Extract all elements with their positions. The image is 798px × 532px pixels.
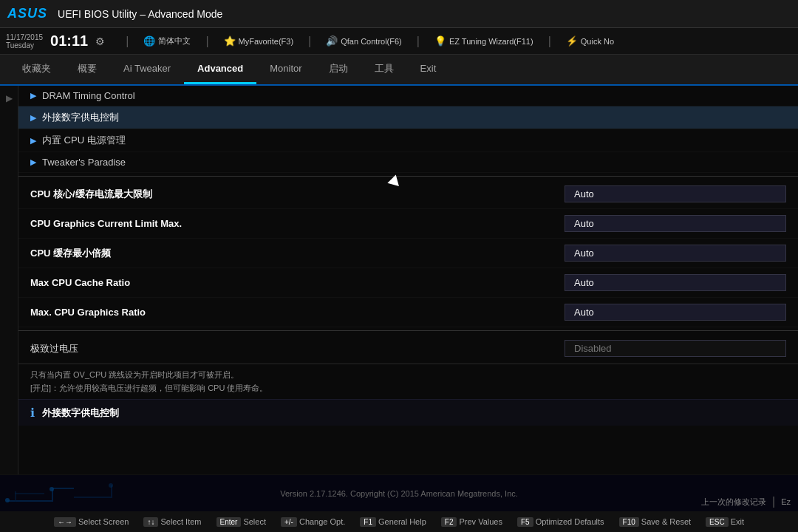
setting-cpu-cache-min[interactable]: CPU 缓存最小倍频 Auto [18, 239, 798, 268]
key-f10: F10 [619, 517, 639, 527]
key-f2: F2 [441, 517, 457, 527]
svg-point-6 [50, 487, 54, 491]
day-display: Tuesday [6, 41, 43, 50]
section-dram-label: DRAM Timing Control [42, 90, 135, 101]
nav-ai-tweaker[interactable]: Ai Tweaker [110, 55, 184, 84]
cpu-graphics-current-value[interactable]: Auto [565, 215, 786, 232]
svg-rect-3 [15, 493, 44, 494]
cpu-cache-min-label: CPU 缓存最小倍频 [30, 247, 565, 260]
nav-overview[interactable]: 概要 [64, 55, 110, 84]
bios-title: UEFI BIOS Utility – Advanced Mode [58, 8, 791, 20]
extreme-overvoltage-label: 极致过电压 [30, 342, 565, 355]
language-selector[interactable]: 🌐 简体中文 [143, 35, 191, 47]
max-cache-ratio-label: Max CPU Cache Ratio [30, 277, 565, 288]
section-cpu-power[interactable]: ▶ 内置 CPU 电源管理 [18, 129, 798, 152]
separator-2: | [205, 35, 208, 48]
setting-max-graphics-ratio[interactable]: Max. CPU Graphics Ratio Auto [18, 298, 798, 327]
bottom-bar: Version 2.17.1246. Copyright (C) 2015 Am… [0, 474, 798, 511]
ez-label: Ez [781, 497, 791, 506]
footer-select-screen: ←→ Select Screen [54, 517, 129, 527]
qfan-button[interactable]: 🔊 Qfan Control(F6) [326, 35, 402, 47]
myfavorite-label: MyFavorite(F3) [239, 37, 294, 46]
key-arrows-ud: ↑↓ [143, 517, 158, 527]
ez-tuning-button[interactable]: 💡 EZ Tuning Wizard(F11) [434, 35, 533, 47]
key-enter: Enter [216, 517, 242, 527]
nav-advanced[interactable]: Advanced [184, 55, 256, 84]
qfan-label: Qfan Control(F6) [341, 37, 402, 46]
label-f2: Prev Values [459, 517, 502, 526]
left-panel: ▶ [0, 86, 18, 474]
content-area: ▶ ▶ DRAM Timing Control ▶ 外接数字供电控制 ▶ 内置 … [0, 86, 798, 474]
qfan-icon: 🔊 [326, 35, 338, 47]
svg-rect-7 [74, 497, 111, 498]
info-section: 只有当内置 OV_CPU 跳线设为开启时此项目才可被开启。 [开启]：允许使用较… [18, 364, 798, 399]
footer-select-enter: Enter Select [216, 517, 266, 527]
setting-max-cache-ratio[interactable]: Max CPU Cache Ratio Auto [18, 268, 798, 298]
separator-1: | [126, 35, 129, 48]
svg-point-5 [5, 498, 10, 502]
arrow-dram: ▶ [30, 91, 36, 100]
arrow-cpu-power: ▶ [30, 136, 36, 146]
warning-line1: 只有当内置 OV_CPU 跳线设为开启时此项目才可被开启。 [30, 369, 786, 382]
myfavorite-button[interactable]: ⭐ MyFavorite(F3) [224, 35, 294, 47]
nav-monitor[interactable]: Monitor [256, 55, 315, 84]
label-f1: General Help [378, 517, 426, 526]
extreme-overvoltage-value: Disabled [565, 340, 786, 357]
section-dram-timing[interactable]: ▶ DRAM Timing Control [18, 86, 798, 106]
max-graphics-ratio-label: Max. CPU Graphics Ratio [30, 307, 565, 318]
label-esc: Exit [731, 517, 744, 526]
setting-extreme-overvoltage[interactable]: 极致过电压 Disabled [18, 334, 798, 364]
sidebar-icon: ▶ [6, 93, 13, 103]
footer-nav: ←→ Select Screen ↑↓ Select Item Enter Se… [0, 511, 798, 532]
nav-exit[interactable]: Exit [407, 55, 450, 84]
nav-boot[interactable]: 启动 [316, 55, 361, 84]
nav-tools[interactable]: 工具 [361, 55, 407, 84]
cpu-core-cache-value[interactable]: Auto [565, 185, 786, 202]
svg-rect-0 [7, 500, 52, 502]
cpu-cache-min-value[interactable]: Auto [565, 245, 786, 262]
key-f1: F1 [360, 517, 376, 527]
info-section-label: 外接数字供电控制 [42, 406, 119, 420]
main-content: ▶ DRAM Timing Control ▶ 外接数字供电控制 ▶ 内置 CP… [18, 86, 798, 474]
section-digital-power[interactable]: ▶ 外接数字供电控制 [18, 106, 798, 129]
ez-tuning-icon: 💡 [434, 35, 446, 47]
label-select-screen: Select Screen [78, 517, 129, 526]
quick-note-label: Quick No [581, 37, 614, 46]
footer-f5: F5 Optimized Defaults [517, 517, 604, 527]
date-display: 11/17/2015 [6, 33, 43, 41]
max-graphics-ratio-value[interactable]: Auto [565, 304, 786, 321]
arrow-digital: ▶ [30, 113, 36, 123]
toolbar: 11/17/2015 Tuesday 01:11 ⚙ | 🌐 简体中文 | ⭐ … [0, 28, 798, 55]
key-plusminus: +/- [281, 517, 297, 527]
last-change-label: 上一次的修改记录 [701, 497, 766, 508]
quick-note-button[interactable]: ⚡ Quick No [566, 35, 614, 47]
label-select-enter: Select [243, 517, 266, 526]
separator-4: | [417, 35, 420, 48]
setting-cpu-graphics-current[interactable]: CPU Graphics Current Limit Max. Auto [18, 209, 798, 239]
bottom-separator: | [772, 495, 775, 508]
label-change-opt: Change Opt. [299, 517, 345, 526]
divider-1 [18, 176, 798, 177]
info-icon: ℹ [30, 406, 35, 420]
ez-tuning-label: EZ Tuning Wizard(F11) [449, 37, 533, 46]
section-tweakers[interactable]: ▶ Tweaker's Paradise [18, 152, 798, 173]
footer-f10: F10 Save & Reset [619, 517, 692, 527]
max-cache-ratio-value[interactable]: Auto [565, 274, 786, 291]
cpu-core-cache-label: CPU 核心/缓存电流最大限制 [30, 188, 565, 201]
footer-f1: F1 General Help [360, 517, 426, 527]
main-nav: 收藏夹 概要 Ai Tweaker Advanced Monitor 启动 工具… [0, 55, 798, 86]
divider-2 [18, 330, 798, 331]
circuit-decoration [0, 474, 148, 511]
settings-icon[interactable]: ⚙ [95, 35, 105, 47]
separator-3: | [308, 35, 311, 48]
quick-note-icon: ⚡ [566, 35, 578, 47]
svg-rect-4 [15, 491, 16, 502]
favorite-icon: ⭐ [224, 35, 236, 47]
setting-cpu-core-cache[interactable]: CPU 核心/缓存电流最大限制 Auto [18, 180, 798, 209]
version-text: Version 2.17.1246. Copyright (C) 2015 Am… [280, 489, 518, 498]
label-f10: Save & Reset [641, 517, 691, 526]
warning-line2: [开启]：允许使用较高电压进行超频，但可能影响 CPU 使用寿命。 [30, 382, 786, 395]
info-row: ℹ 外接数字供电控制 [18, 399, 798, 426]
nav-favorites[interactable]: 收藏夹 [9, 55, 64, 84]
label-select-item: Select Item [160, 517, 201, 526]
